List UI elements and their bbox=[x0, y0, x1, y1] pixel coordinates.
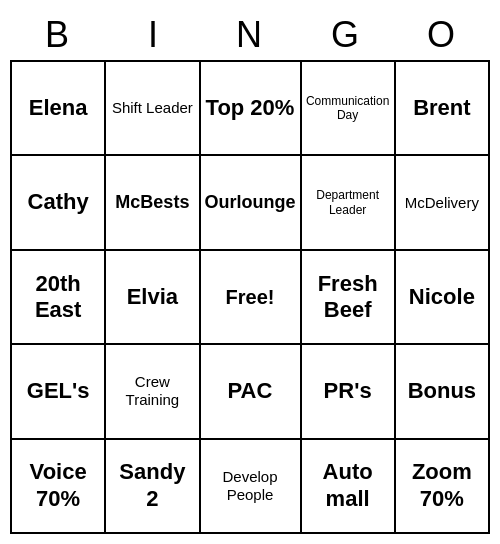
cell-text: PR's bbox=[324, 378, 372, 404]
bingo-cell: Shift Leader bbox=[106, 62, 200, 156]
bingo-cell: Zoom 70% bbox=[396, 440, 490, 534]
cell-text: Cathy bbox=[28, 189, 89, 215]
cell-text: Communication Day bbox=[306, 94, 390, 123]
bingo-cell: Communication Day bbox=[302, 62, 396, 156]
cell-text: Nicole bbox=[409, 284, 475, 310]
cell-text: Fresh Beef bbox=[306, 271, 390, 324]
cell-text: Department Leader bbox=[306, 188, 390, 217]
cell-text: Shift Leader bbox=[112, 99, 193, 117]
cell-text: Develop People bbox=[205, 468, 296, 504]
cell-text: Auto mall bbox=[306, 459, 390, 512]
cell-text: 20th East bbox=[16, 271, 100, 324]
bingo-cell: Crew Training bbox=[106, 345, 200, 439]
bingo-cell: Develop People bbox=[201, 440, 302, 534]
bingo-cell: Nicole bbox=[396, 251, 490, 345]
cell-text: McDelivery bbox=[405, 194, 479, 212]
header-letter: N bbox=[202, 10, 298, 60]
cell-text: Voice 70% bbox=[16, 459, 100, 512]
bingo-cell: Cathy bbox=[12, 156, 106, 250]
bingo-cell: GEL's bbox=[12, 345, 106, 439]
header-letter: B bbox=[10, 10, 106, 60]
cell-text: Bonus bbox=[408, 378, 476, 404]
bingo-cell: Elvia bbox=[106, 251, 200, 345]
cell-text: McBests bbox=[115, 192, 189, 214]
bingo-cell: Department Leader bbox=[302, 156, 396, 250]
cell-text: Brent bbox=[413, 95, 470, 121]
bingo-cell: Ourlounge bbox=[201, 156, 302, 250]
bingo-header: BINGO bbox=[10, 10, 490, 60]
header-letter: O bbox=[394, 10, 490, 60]
bingo-cell: 20th East bbox=[12, 251, 106, 345]
cell-text: Zoom 70% bbox=[400, 459, 484, 512]
cell-text: Ourlounge bbox=[205, 192, 296, 214]
header-letter: G bbox=[298, 10, 394, 60]
bingo-cell: Auto mall bbox=[302, 440, 396, 534]
bingo-card: BINGO ElenaShift LeaderTop 20%Communicat… bbox=[10, 10, 490, 534]
cell-text: Elvia bbox=[127, 284, 178, 310]
bingo-cell: PAC bbox=[201, 345, 302, 439]
bingo-cell: McBests bbox=[106, 156, 200, 250]
cell-text: PAC bbox=[228, 378, 273, 404]
bingo-cell: Bonus bbox=[396, 345, 490, 439]
bingo-cell: Fresh Beef bbox=[302, 251, 396, 345]
bingo-cell: Sandy 2 bbox=[106, 440, 200, 534]
bingo-grid: ElenaShift LeaderTop 20%Communication Da… bbox=[10, 60, 490, 534]
cell-text: Free! bbox=[226, 285, 275, 309]
cell-text: Top 20% bbox=[206, 95, 295, 121]
bingo-cell: McDelivery bbox=[396, 156, 490, 250]
bingo-cell: Brent bbox=[396, 62, 490, 156]
bingo-cell: Free! bbox=[201, 251, 302, 345]
cell-text: Crew Training bbox=[110, 373, 194, 409]
bingo-cell: PR's bbox=[302, 345, 396, 439]
cell-text: Sandy 2 bbox=[110, 459, 194, 512]
cell-text: GEL's bbox=[27, 378, 90, 404]
bingo-cell: Elena bbox=[12, 62, 106, 156]
bingo-cell: Top 20% bbox=[201, 62, 302, 156]
bingo-cell: Voice 70% bbox=[12, 440, 106, 534]
cell-text: Elena bbox=[29, 95, 88, 121]
header-letter: I bbox=[106, 10, 202, 60]
